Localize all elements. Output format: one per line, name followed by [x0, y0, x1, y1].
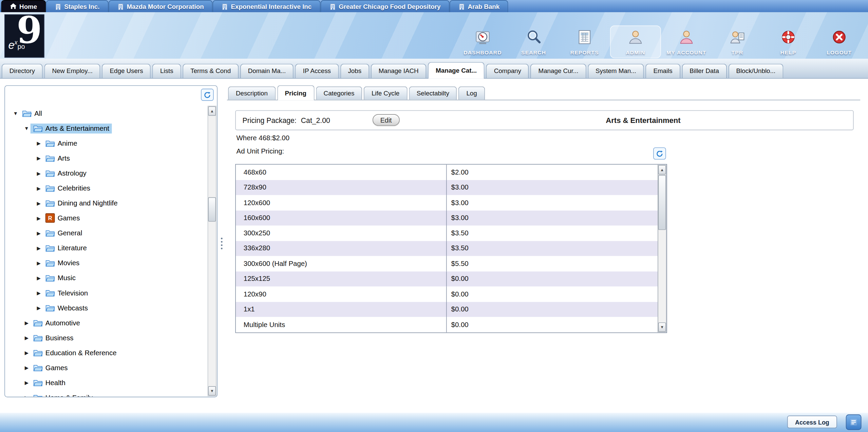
tpr-button[interactable]: TPR	[712, 25, 763, 58]
table-row[interactable]: Multiple Units $0.00	[236, 317, 658, 332]
tree-expand-arrow[interactable]: ▶	[23, 395, 31, 397]
tree-expand-arrow[interactable]: ▶	[23, 380, 31, 385]
tree-item[interactable]: ▶ R Arts	[5, 151, 207, 166]
nav-tab[interactable]: Jobs	[340, 64, 369, 78]
nav-tab[interactable]: Manage Cur...	[531, 64, 586, 78]
scroll-track[interactable]	[658, 175, 666, 323]
tree-item[interactable]: ▶ R Education & Reference	[5, 345, 207, 360]
table-row[interactable]: 300x600 (Half Page) $5.50	[236, 256, 658, 271]
table-row[interactable]: 300x250 $3.50	[236, 226, 658, 241]
tree-item[interactable]: ▶ R Automotive	[5, 315, 207, 330]
window-tab[interactable]: Staples Inc.	[46, 0, 108, 12]
table-row[interactable]: 120x90 $0.00	[236, 286, 658, 302]
admin-button[interactable]: ADMIN	[610, 25, 661, 58]
nav-tab[interactable]: Manage Cat...	[428, 62, 485, 79]
tree-item[interactable]: ▶ R Astrology	[5, 166, 207, 181]
nav-tab[interactable]: Biller Data	[682, 64, 727, 78]
window-tab[interactable]: Exponential Interactive Inc	[213, 0, 321, 12]
scroll-thumb[interactable]	[658, 175, 666, 230]
tree-item[interactable]: ▶ R Dining and Nightlife	[5, 196, 207, 211]
tree-expand-arrow[interactable]: ▼	[23, 126, 31, 131]
nav-tab[interactable]: Directory	[2, 64, 43, 78]
tree-item[interactable]: ▶ R Webcasts	[5, 300, 207, 315]
tree-item[interactable]: ▶ R Games	[5, 360, 207, 375]
table-row[interactable]: 120x600 $3.00	[236, 195, 658, 210]
panel-splitter[interactable]	[220, 235, 224, 252]
scroll-down-button[interactable]: ▼	[658, 322, 666, 332]
tree-expand-arrow[interactable]: ▶	[23, 320, 31, 325]
content-tab[interactable]: Categories	[316, 86, 362, 100]
table-row[interactable]: 468x60 $2.00	[236, 165, 658, 180]
my-account-button[interactable]: MY ACCOUNT	[661, 25, 712, 58]
tree-item[interactable]: ▶ R Business	[5, 330, 207, 345]
table-row[interactable]: 336x280 $3.50	[236, 241, 658, 256]
nav-tab[interactable]: Block/Unblo...	[729, 64, 783, 78]
tree-expand-arrow[interactable]: ▶	[35, 185, 43, 191]
tree-expand-arrow[interactable]: ▼	[12, 110, 19, 116]
scroll-down-button[interactable]: ▼	[208, 386, 216, 396]
window-tab[interactable]: Greater Chicago Food Depository	[320, 0, 449, 12]
help-button[interactable]: HELP	[763, 25, 814, 58]
nav-tab[interactable]: Manage IACH	[371, 64, 427, 78]
tree-expand-arrow[interactable]: ▶	[35, 305, 43, 310]
scroll-up-button[interactable]: ▲	[658, 165, 666, 175]
tree-expand-arrow[interactable]: ▶	[35, 170, 43, 176]
table-refresh-button[interactable]	[653, 147, 666, 160]
tree-item[interactable]: ▼ R Arts & Entertainment	[5, 121, 207, 136]
scroll-thumb[interactable]	[208, 197, 216, 222]
tree-expand-arrow[interactable]: ▶	[35, 275, 43, 281]
nav-tab[interactable]: IP Access	[295, 64, 339, 78]
tree-item[interactable]: ▶ R Movies	[5, 255, 207, 270]
content-tab[interactable]: Pricing	[277, 85, 314, 100]
tree-expand-arrow[interactable]: ▶	[35, 245, 43, 251]
tree-item[interactable]: ▶ R Television	[5, 285, 207, 300]
table-scrollbar[interactable]: ▲ ▼	[658, 165, 666, 332]
tree-item[interactable]: ▶ R Celebrities	[5, 181, 207, 196]
tree-item[interactable]: ▶ R Music	[5, 270, 207, 285]
nav-tab[interactable]: Domain Ma...	[240, 64, 294, 78]
window-tab[interactable]: Mazda Motor Corporation	[109, 0, 213, 12]
table-row[interactable]: 125x125 $0.00	[236, 271, 658, 287]
tree-expand-arrow[interactable]: ▶	[23, 335, 31, 340]
nav-tab[interactable]: System Man...	[588, 64, 644, 78]
tree-expand-arrow[interactable]: ▶	[35, 156, 43, 161]
tree-expand-arrow[interactable]: ▶	[23, 350, 31, 355]
nav-tab[interactable]: Edge Users	[102, 64, 151, 78]
logout-button[interactable]: LOGOUT	[814, 25, 865, 58]
tree-item[interactable]: ▶ R General	[5, 226, 207, 240]
window-tab[interactable]: Arab Bank	[450, 0, 509, 12]
nav-tab[interactable]: Emails	[646, 64, 680, 78]
table-row[interactable]: 728x90 $3.00	[236, 180, 658, 195]
scroll-track[interactable]	[208, 116, 216, 386]
dashboard-button[interactable]: DASHBOARD	[457, 25, 508, 58]
nav-tab[interactable]: New Employ...	[44, 64, 100, 78]
content-tab[interactable]: Description	[228, 86, 276, 100]
nav-tab[interactable]: Company	[486, 64, 529, 78]
tree-refresh-button[interactable]	[201, 89, 214, 101]
reports-button[interactable]: REPORTS	[559, 25, 610, 58]
window-tab-home[interactable]: Home	[1, 0, 46, 12]
tree-item[interactable]: ▶ R Health	[5, 375, 207, 390]
content-tab[interactable]: Selectabilty	[409, 86, 457, 100]
tree-item[interactable]: ▶ R Home & Family	[5, 390, 207, 397]
edit-button[interactable]: Edit	[373, 114, 399, 126]
tree-item[interactable]: ▶ R Games	[5, 211, 207, 226]
tree-expand-arrow[interactable]: ▶	[23, 365, 31, 370]
tree-item[interactable]: ▼ R All	[5, 106, 207, 121]
table-row[interactable]: 160x600 $3.00	[236, 210, 658, 226]
nav-tab[interactable]: Lists	[152, 64, 181, 78]
tree-expand-arrow[interactable]: ▶	[35, 200, 43, 206]
log-button[interactable]	[846, 414, 862, 430]
search-button[interactable]: SEARCH	[508, 25, 559, 58]
table-row[interactable]: 1x1 $0.00	[236, 302, 658, 317]
tree-expand-arrow[interactable]: ▶	[35, 290, 43, 295]
access-log-button[interactable]: Access Log	[787, 416, 837, 429]
tree-expand-arrow[interactable]: ▶	[35, 141, 43, 146]
tree-item[interactable]: ▶ R Literature	[5, 240, 207, 255]
nav-tab[interactable]: Terms & Cond	[183, 64, 239, 78]
scroll-up-button[interactable]: ▲	[208, 106, 216, 116]
tree-item[interactable]: ▶ R Anime	[5, 136, 207, 151]
content-tab[interactable]: Log	[459, 86, 485, 100]
content-tab[interactable]: Life Cycle	[364, 86, 407, 100]
tree-expand-arrow[interactable]: ▶	[35, 230, 43, 236]
